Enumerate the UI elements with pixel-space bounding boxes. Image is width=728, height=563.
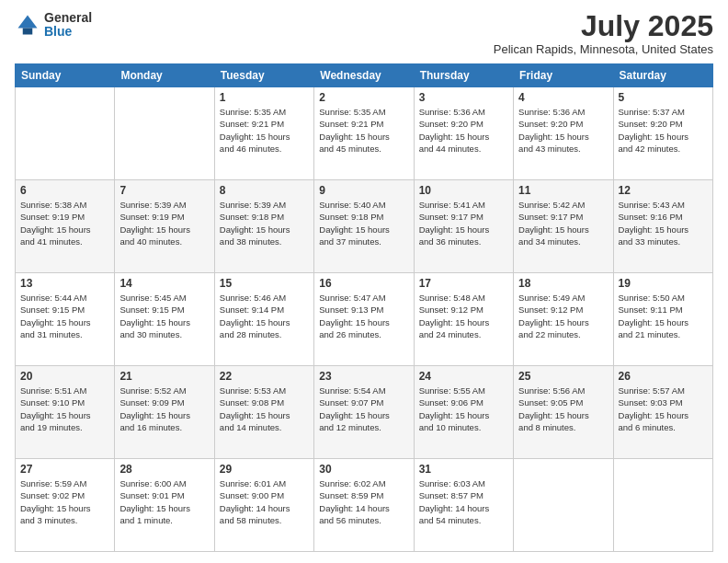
day-number: 21 bbox=[119, 370, 209, 383]
calendar-day-cell: 15Sunrise: 5:46 AM Sunset: 9:14 PM Dayli… bbox=[214, 273, 313, 366]
day-number: 9 bbox=[319, 184, 408, 197]
day-number: 22 bbox=[220, 370, 309, 383]
calendar-day-cell: 6Sunrise: 5:38 AM Sunset: 9:19 PM Daylig… bbox=[16, 180, 115, 273]
day-number: 1 bbox=[220, 91, 309, 104]
calendar-day-cell: 19Sunrise: 5:50 AM Sunset: 9:11 PM Dayli… bbox=[613, 273, 712, 366]
calendar-day-cell: 30Sunrise: 6:02 AM Sunset: 8:59 PM Dayli… bbox=[314, 459, 414, 552]
day-info: Sunrise: 5:49 AM Sunset: 9:12 PM Dayligh… bbox=[518, 292, 608, 340]
calendar-day-cell: 3Sunrise: 5:36 AM Sunset: 9:20 PM Daylig… bbox=[414, 87, 513, 180]
day-number: 15 bbox=[220, 277, 309, 290]
day-info: Sunrise: 5:53 AM Sunset: 9:08 PM Dayligh… bbox=[220, 385, 309, 433]
day-info: Sunrise: 5:46 AM Sunset: 9:14 PM Dayligh… bbox=[220, 292, 309, 340]
day-number: 13 bbox=[20, 277, 109, 290]
day-info: Sunrise: 6:00 AM Sunset: 9:01 PM Dayligh… bbox=[119, 477, 209, 526]
day-info: Sunrise: 5:36 AM Sunset: 9:20 PM Dayligh… bbox=[419, 106, 508, 155]
calendar-day-cell: 1Sunrise: 5:35 AM Sunset: 9:21 PM Daylig… bbox=[214, 87, 313, 180]
calendar-day-header: Tuesday bbox=[214, 64, 313, 87]
day-info: Sunrise: 5:55 AM Sunset: 9:06 PM Dayligh… bbox=[419, 385, 508, 433]
day-number: 30 bbox=[319, 463, 408, 476]
day-number: 11 bbox=[518, 184, 608, 197]
calendar-day-cell: 26Sunrise: 5:57 AM Sunset: 9:03 PM Dayli… bbox=[613, 366, 712, 459]
day-info: Sunrise: 5:45 AM Sunset: 9:15 PM Dayligh… bbox=[119, 292, 209, 340]
day-number: 19 bbox=[619, 277, 708, 290]
day-info: Sunrise: 5:40 AM Sunset: 9:18 PM Dayligh… bbox=[319, 199, 408, 247]
calendar-day-cell: 29Sunrise: 6:01 AM Sunset: 9:00 PM Dayli… bbox=[214, 459, 313, 552]
day-number: 20 bbox=[20, 370, 109, 383]
svg-marker-0 bbox=[18, 16, 38, 29]
day-number: 12 bbox=[619, 184, 708, 197]
calendar-day-cell: 10Sunrise: 5:41 AM Sunset: 9:17 PM Dayli… bbox=[414, 180, 513, 273]
day-number: 24 bbox=[419, 370, 508, 383]
calendar-day-cell: 4Sunrise: 5:36 AM Sunset: 9:20 PM Daylig… bbox=[514, 87, 613, 180]
day-number: 28 bbox=[119, 463, 209, 476]
day-info: Sunrise: 5:36 AM Sunset: 9:20 PM Dayligh… bbox=[518, 106, 608, 155]
svg-rect-1 bbox=[23, 29, 33, 35]
day-number: 25 bbox=[518, 370, 608, 383]
day-info: Sunrise: 5:39 AM Sunset: 9:19 PM Dayligh… bbox=[119, 199, 209, 247]
logo-general-label: General bbox=[44, 11, 92, 25]
day-info: Sunrise: 6:03 AM Sunset: 8:57 PM Dayligh… bbox=[419, 477, 508, 526]
day-info: Sunrise: 5:39 AM Sunset: 9:18 PM Dayligh… bbox=[220, 199, 309, 247]
calendar-day-header: Sunday bbox=[16, 64, 115, 87]
day-number: 4 bbox=[518, 91, 608, 104]
location-subtitle: Pelican Rapids, Minnesota, United States bbox=[494, 42, 713, 56]
day-info: Sunrise: 5:44 AM Sunset: 9:15 PM Dayligh… bbox=[20, 292, 109, 340]
day-info: Sunrise: 5:43 AM Sunset: 9:16 PM Dayligh… bbox=[619, 199, 708, 247]
logo-blue-label: Blue bbox=[44, 25, 92, 39]
day-number: 23 bbox=[319, 370, 408, 383]
calendar-week-row: 13Sunrise: 5:44 AM Sunset: 9:15 PM Dayli… bbox=[16, 273, 713, 366]
day-info: Sunrise: 5:52 AM Sunset: 9:09 PM Dayligh… bbox=[119, 385, 209, 433]
day-number: 29 bbox=[220, 463, 309, 476]
day-number: 17 bbox=[419, 277, 508, 290]
page: General Blue July 2025 Pelican Rapids, M… bbox=[0, 0, 728, 563]
calendar-day-cell: 16Sunrise: 5:47 AM Sunset: 9:13 PM Dayli… bbox=[314, 273, 414, 366]
day-info: Sunrise: 6:02 AM Sunset: 8:59 PM Dayligh… bbox=[319, 477, 408, 526]
calendar-day-cell: 14Sunrise: 5:45 AM Sunset: 9:15 PM Dayli… bbox=[115, 273, 214, 366]
day-number: 18 bbox=[518, 277, 608, 290]
day-info: Sunrise: 5:56 AM Sunset: 9:05 PM Dayligh… bbox=[518, 385, 608, 433]
calendar-day-cell: 17Sunrise: 5:48 AM Sunset: 9:12 PM Dayli… bbox=[414, 273, 513, 366]
day-number: 27 bbox=[20, 463, 109, 476]
day-info: Sunrise: 5:35 AM Sunset: 9:21 PM Dayligh… bbox=[220, 106, 309, 155]
calendar-day-header: Monday bbox=[115, 64, 214, 87]
day-info: Sunrise: 5:57 AM Sunset: 9:03 PM Dayligh… bbox=[619, 385, 708, 433]
calendar-day-cell: 9Sunrise: 5:40 AM Sunset: 9:18 PM Daylig… bbox=[314, 180, 414, 273]
logo-text: General Blue bbox=[44, 11, 92, 40]
calendar-table: SundayMondayTuesdayWednesdayThursdayFrid… bbox=[15, 63, 713, 552]
calendar-day-cell: 12Sunrise: 5:43 AM Sunset: 9:16 PM Dayli… bbox=[613, 180, 712, 273]
calendar-day-cell bbox=[613, 459, 712, 552]
calendar-day-cell: 11Sunrise: 5:42 AM Sunset: 9:17 PM Dayli… bbox=[514, 180, 613, 273]
day-number: 31 bbox=[419, 463, 508, 476]
day-number: 3 bbox=[419, 91, 508, 104]
day-info: Sunrise: 5:35 AM Sunset: 9:21 PM Dayligh… bbox=[319, 106, 408, 155]
calendar-day-cell: 28Sunrise: 6:00 AM Sunset: 9:01 PM Dayli… bbox=[115, 459, 214, 552]
day-info: Sunrise: 5:54 AM Sunset: 9:07 PM Dayligh… bbox=[319, 385, 408, 433]
day-number: 7 bbox=[119, 184, 209, 197]
calendar-day-cell: 8Sunrise: 5:39 AM Sunset: 9:18 PM Daylig… bbox=[214, 180, 313, 273]
day-info: Sunrise: 5:59 AM Sunset: 9:02 PM Dayligh… bbox=[20, 477, 109, 526]
day-number: 16 bbox=[319, 277, 408, 290]
calendar-day-cell: 31Sunrise: 6:03 AM Sunset: 8:57 PM Dayli… bbox=[414, 459, 513, 552]
calendar-day-cell bbox=[16, 87, 115, 180]
month-year-title: July 2025 bbox=[494, 11, 713, 40]
day-info: Sunrise: 5:38 AM Sunset: 9:19 PM Dayligh… bbox=[20, 199, 109, 247]
calendar-day-cell: 2Sunrise: 5:35 AM Sunset: 9:21 PM Daylig… bbox=[314, 87, 414, 180]
day-number: 10 bbox=[419, 184, 508, 197]
day-info: Sunrise: 5:51 AM Sunset: 9:10 PM Dayligh… bbox=[20, 385, 109, 433]
logo-icon bbox=[15, 12, 40, 38]
calendar-header-row: SundayMondayTuesdayWednesdayThursdayFrid… bbox=[16, 64, 713, 87]
calendar-day-cell: 18Sunrise: 5:49 AM Sunset: 9:12 PM Dayli… bbox=[514, 273, 613, 366]
calendar-day-cell: 21Sunrise: 5:52 AM Sunset: 9:09 PM Dayli… bbox=[115, 366, 214, 459]
logo: General Blue bbox=[15, 11, 92, 40]
day-number: 6 bbox=[20, 184, 109, 197]
calendar-day-header: Thursday bbox=[414, 64, 513, 87]
day-info: Sunrise: 5:37 AM Sunset: 9:20 PM Dayligh… bbox=[619, 106, 708, 155]
calendar-week-row: 6Sunrise: 5:38 AM Sunset: 9:19 PM Daylig… bbox=[16, 180, 713, 273]
day-info: Sunrise: 5:41 AM Sunset: 9:17 PM Dayligh… bbox=[419, 199, 508, 247]
calendar-day-cell: 24Sunrise: 5:55 AM Sunset: 9:06 PM Dayli… bbox=[414, 366, 513, 459]
calendar-day-cell bbox=[514, 459, 613, 552]
calendar-day-cell: 22Sunrise: 5:53 AM Sunset: 9:08 PM Dayli… bbox=[214, 366, 313, 459]
calendar-day-cell: 5Sunrise: 5:37 AM Sunset: 9:20 PM Daylig… bbox=[613, 87, 712, 180]
calendar-day-header: Friday bbox=[514, 64, 613, 87]
day-info: Sunrise: 5:48 AM Sunset: 9:12 PM Dayligh… bbox=[419, 292, 508, 340]
